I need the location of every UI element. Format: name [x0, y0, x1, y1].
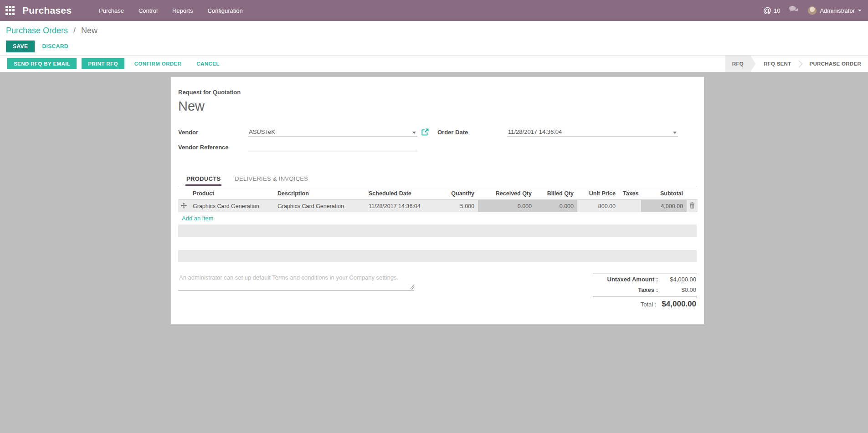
- vendor-value: ASUSTeK: [249, 128, 275, 135]
- status-step-rfq[interactable]: RFQ: [725, 56, 750, 72]
- add-item-row: Add an item: [178, 212, 698, 224]
- field-group: Vendor ASUSTeK Vendor Reference: [178, 127, 697, 158]
- menu-item-configuration[interactable]: Configuration: [206, 5, 243, 16]
- menu-item-reports[interactable]: Reports: [171, 5, 194, 16]
- dropdown-caret-icon[interactable]: [673, 132, 677, 134]
- user-avatar: [808, 6, 817, 15]
- status-step-rfq-sent[interactable]: RFQ SENT: [757, 56, 798, 72]
- handle-column-header: [178, 187, 189, 200]
- table-header-row: Product Description Scheduled Date Quant…: [178, 187, 698, 200]
- total-value: $4,000.00: [656, 300, 696, 309]
- topbar: Purchases Purchase Control Reports Confi…: [0, 0, 868, 21]
- untaxed-amount-label: Untaxed Amount :: [607, 276, 658, 283]
- form-sheet: Request for Quotation New Vendor ASUSTeK: [170, 76, 704, 325]
- column-description: Description: [274, 187, 365, 200]
- dropdown-caret-icon[interactable]: [412, 132, 416, 134]
- order-date-field[interactable]: 11/28/2017 14:36:04: [507, 127, 678, 137]
- discard-button[interactable]: DISCARD: [42, 43, 68, 50]
- totals-block: Untaxed Amount : $4,000.00 Taxes : $0.00…: [593, 274, 697, 311]
- form-view: Request for Quotation New Vendor ASUSTeK: [0, 72, 868, 325]
- chevron-down-icon: [858, 10, 862, 11]
- user-name: Administrator: [820, 7, 855, 14]
- breadcrumb-purchase-orders[interactable]: Purchase Orders: [6, 26, 68, 35]
- cell-billed-qty: 0.000: [535, 200, 577, 213]
- resize-grip-icon[interactable]: [410, 285, 414, 290]
- vendor-label: Vendor: [178, 129, 248, 137]
- messages-button[interactable]: [789, 6, 799, 15]
- order-date-value: 11/28/2017 14:36:04: [508, 128, 562, 135]
- order-lines-table: Product Description Scheduled Date Quant…: [178, 187, 698, 224]
- chat-bubble-icon: [789, 6, 799, 15]
- delete-column-header: [687, 187, 698, 200]
- status-step-purchase-order[interactable]: PURCHASE ORDER: [803, 56, 868, 72]
- breadcrumb: Purchase Orders / New: [6, 26, 861, 36]
- top-menu: Purchase Control Reports Configuration: [98, 5, 244, 16]
- column-received-qty: Received Qty: [478, 187, 535, 200]
- column-scheduled-date: Scheduled Date: [365, 187, 442, 200]
- vendor-reference-label: Vendor Reference: [178, 144, 248, 152]
- drag-handle-icon[interactable]: [178, 200, 189, 213]
- cell-received-qty: 0.000: [478, 200, 535, 213]
- column-billed-qty: Billed Qty: [535, 187, 577, 200]
- column-quantity: Quantity: [442, 187, 478, 200]
- save-button[interactable]: SAVE: [6, 41, 35, 52]
- internal-link-icon[interactable]: [421, 128, 429, 136]
- cell-product[interactable]: Graphics Card Generation: [189, 200, 274, 213]
- terms-placeholder: An administrator can set up default Term…: [179, 274, 413, 281]
- vendor-field[interactable]: ASUSTeK: [248, 127, 417, 137]
- taxes-label: Taxes :: [638, 286, 658, 293]
- cell-scheduled-date[interactable]: 11/28/2017 14:36:04: [365, 200, 442, 213]
- column-subtotal: Subtotal: [641, 187, 687, 200]
- at-mention-icon: @: [763, 6, 771, 15]
- empty-row-stripe: [178, 250, 697, 262]
- record-title: New: [178, 99, 697, 114]
- table-row: Graphics Card Generation Graphics Card G…: [178, 200, 698, 213]
- menu-item-purchase[interactable]: Purchase: [98, 5, 125, 16]
- notebook-tabs: PRODUCTS DELIVERIES & INVOICES: [178, 171, 697, 186]
- cell-quantity[interactable]: 5.000: [442, 200, 478, 213]
- cell-taxes[interactable]: [619, 200, 641, 213]
- tab-deliveries-invoices[interactable]: DELIVERIES & INVOICES: [234, 171, 309, 186]
- empty-row-stripe: [178, 224, 697, 237]
- menu-item-control[interactable]: Control: [138, 5, 159, 16]
- app-title: Purchases: [22, 5, 72, 16]
- cell-subtotal: 4,000.00: [641, 200, 687, 213]
- mention-count: 10: [774, 7, 780, 14]
- mentions-counter[interactable]: @ 10: [763, 6, 781, 15]
- status-pipeline: RFQ RFQ SENT PURCHASE ORDER: [725, 56, 868, 72]
- column-product: Product: [189, 187, 274, 200]
- control-panel: Purchase Orders / New SAVE DISCARD: [0, 21, 868, 55]
- cell-description[interactable]: Graphics Card Generation: [274, 200, 365, 213]
- delete-row-button[interactable]: [687, 200, 698, 213]
- breadcrumb-separator: /: [73, 26, 76, 35]
- cell-unit-price[interactable]: 800.00: [577, 200, 619, 213]
- vendor-reference-field[interactable]: [248, 143, 417, 152]
- order-date-label: Order Date: [437, 129, 507, 137]
- column-unit-price: Unit Price: [577, 187, 619, 200]
- statusbar-row: SEND RFQ BY EMAIL PRINT RFQ CONFIRM ORDE…: [0, 55, 868, 72]
- apps-grid-icon[interactable]: [5, 6, 15, 15]
- total-label: Total :: [641, 301, 657, 308]
- print-rfq-button[interactable]: PRINT RFQ: [82, 58, 124, 69]
- send-rfq-by-email-button[interactable]: SEND RFQ BY EMAIL: [7, 58, 77, 69]
- add-an-item-link[interactable]: Add an item: [182, 215, 213, 222]
- cancel-button[interactable]: CANCEL: [191, 59, 224, 69]
- untaxed-amount-value: $4,000.00: [658, 276, 696, 283]
- doc-type-label: Request for Quotation: [178, 89, 697, 96]
- tab-products[interactable]: PRODUCTS: [185, 171, 221, 186]
- user-menu[interactable]: Administrator: [808, 6, 862, 15]
- terms-conditions-textarea[interactable]: An administrator can set up default Term…: [178, 274, 414, 290]
- breadcrumb-current: New: [81, 26, 98, 35]
- column-taxes: Taxes: [619, 187, 641, 200]
- confirm-order-button[interactable]: CONFIRM ORDER: [129, 59, 187, 69]
- taxes-value: $0.00: [658, 286, 696, 293]
